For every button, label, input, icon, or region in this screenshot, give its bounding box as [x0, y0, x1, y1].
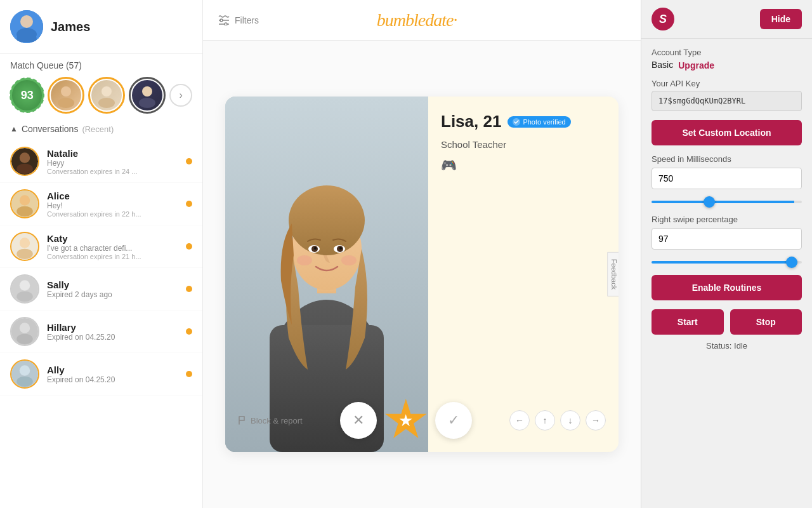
s-logo: S	[652, 8, 674, 30]
svg-point-14	[16, 206, 33, 217]
conv-info-alice: Alice Hey! Conversation expires in 22 h.…	[47, 190, 178, 218]
svg-point-1	[20, 15, 33, 28]
start-button[interactable]: Start	[652, 309, 724, 335]
hide-button[interactable]: Hide	[760, 9, 802, 29]
conv-dot-ally	[186, 371, 192, 377]
stop-button[interactable]: Stop	[730, 309, 802, 335]
match-avatar-1[interactable]	[48, 77, 84, 114]
more-avatars-button[interactable]: ›	[169, 84, 192, 107]
profile-name: Lisa, 21	[441, 112, 501, 131]
sidebar: James Match Queue (57) 93	[0, 0, 203, 508]
svg-point-8	[139, 98, 155, 108]
feedback-tab[interactable]: Feedback	[607, 252, 619, 297]
profile-job: School Teacher	[441, 139, 606, 150]
svg-point-23	[16, 334, 33, 344]
conv-avatar-alice	[10, 189, 39, 218]
user-name: James	[51, 20, 90, 34]
profile-area: Lisa, 21 Photo verified School Teacher 🎮…	[203, 41, 641, 508]
svg-point-30	[225, 23, 227, 25]
conversation-item-hillary[interactable]: Hillary Expired on 04.25.20	[0, 311, 202, 353]
match-avatars-row: 93	[10, 77, 192, 114]
filters-icon	[218, 15, 230, 25]
right-panel-header: S Hide	[641, 0, 812, 39]
nav-down-arrow[interactable]: ↓	[560, 410, 580, 431]
main-content: Filters bumbledate·	[203, 0, 641, 508]
enable-routines-button[interactable]: Enable Routines	[652, 275, 802, 300]
conv-dot-sally	[186, 286, 192, 292]
svg-point-22	[20, 323, 30, 333]
swipe-percentage-input[interactable]	[652, 228, 802, 250]
conv-dot-katy	[186, 243, 192, 250]
navigation-arrows: ← ↑ ↓ →	[509, 410, 606, 431]
speed-slider[interactable]	[652, 201, 802, 203]
block-report-button[interactable]: Block & report	[238, 416, 303, 425]
account-type-row: Basic Upgrade	[652, 60, 802, 71]
conversation-item-sally[interactable]: Sally Expired 2 days ago	[0, 268, 202, 311]
svg-point-4	[58, 98, 74, 108]
conversation-item-alice[interactable]: Alice Hey! Conversation expires in 22 h.…	[0, 183, 202, 225]
conv-avatar-natalie	[10, 147, 39, 176]
nav-right-arrow[interactable]: →	[586, 410, 606, 431]
dislike-button[interactable]: ✕	[340, 402, 377, 439]
like-button[interactable]: ✓	[435, 402, 472, 439]
conversation-item-ally[interactable]: Ally Expired on 04.25.20	[0, 353, 202, 396]
conversation-item-katy[interactable]: Katy I've got a character defi... Conver…	[0, 225, 202, 268]
right-panel: S Hide Account Type Basic Upgrade Your A…	[641, 0, 812, 508]
start-stop-row: Start Stop	[652, 309, 802, 335]
conv-avatar-sally	[10, 274, 39, 304]
profile-actions: Block & report ✕ ★ ✓ ← ↑ ↓ →	[225, 391, 619, 452]
speed-input[interactable]	[652, 168, 802, 189]
api-key-label: Your API Key	[652, 79, 802, 88]
top-bar: Filters bumbledate·	[203, 0, 641, 41]
conv-dot-natalie	[186, 158, 192, 164]
match-badge-93[interactable]: 93	[10, 78, 44, 112]
conv-info-natalie: Natalie Heyy Conversation expires in 24 …	[47, 148, 178, 175]
account-type-label: Account Type	[652, 48, 802, 57]
verified-badge: Photo verified	[508, 116, 570, 128]
svg-point-44	[341, 255, 357, 265]
brand-logo: bumbledate·	[377, 10, 457, 30]
svg-point-41	[314, 247, 317, 250]
api-key-value: 17$smgGdQqKUmQ2BYRL	[652, 91, 802, 111]
match-queue-title: Match Queue (57)	[10, 60, 192, 70]
account-type-value: Basic	[652, 60, 673, 70]
swipe-slider-wrap	[652, 255, 802, 266]
conv-info-hillary: Hillary Expired on 04.25.20	[47, 322, 178, 342]
svg-point-13	[20, 195, 30, 205]
conv-avatar-ally	[10, 359, 39, 389]
nav-up-arrow[interactable]: ↑	[535, 410, 555, 431]
conv-dot-alice	[186, 201, 192, 207]
svg-point-5	[102, 86, 112, 97]
conv-avatar-katy	[10, 232, 39, 261]
svg-point-43	[297, 255, 312, 265]
profile-card: Lisa, 21 Photo verified School Teacher 🎮…	[225, 97, 619, 452]
user-avatar	[10, 10, 43, 43]
nav-left-arrow[interactable]: ←	[509, 410, 530, 431]
swipe-percentage-label: Right swipe percentage	[652, 215, 802, 224]
set-custom-location-button[interactable]: Set Custom Location	[652, 120, 802, 145]
svg-point-6	[98, 98, 115, 108]
flag-icon	[238, 416, 247, 425]
match-avatar-3[interactable]	[129, 77, 166, 114]
speed-label: Speed in Milliseconds	[652, 154, 802, 164]
swipe-slider[interactable]	[652, 261, 802, 264]
svg-point-16	[20, 237, 30, 248]
conversations-chevron: ▲	[10, 124, 18, 133]
swipe-action-buttons: ✕ ★ ✓	[340, 399, 472, 442]
svg-point-7	[142, 86, 152, 97]
status-text: Status: Idle	[652, 341, 802, 351]
verified-icon	[513, 118, 520, 126]
superlike-button[interactable]: ★	[384, 399, 428, 442]
conversations-section-header: ▲ Conversations (Recent)	[0, 117, 202, 140]
conversation-item-natalie[interactable]: Natalie Heyy Conversation expires in 24 …	[0, 140, 202, 183]
svg-point-36	[289, 185, 365, 255]
match-avatar-2[interactable]	[88, 77, 125, 114]
filters-button[interactable]: Filters	[218, 15, 259, 25]
match-queue-section: Match Queue (57) 93	[0, 54, 202, 117]
conv-dot-hillary	[186, 328, 192, 335]
svg-point-26	[16, 377, 33, 387]
upgrade-link[interactable]: Upgrade	[678, 60, 714, 70]
conv-avatar-hillary	[10, 317, 39, 346]
svg-point-3	[61, 86, 71, 97]
svg-point-25	[20, 365, 30, 375]
